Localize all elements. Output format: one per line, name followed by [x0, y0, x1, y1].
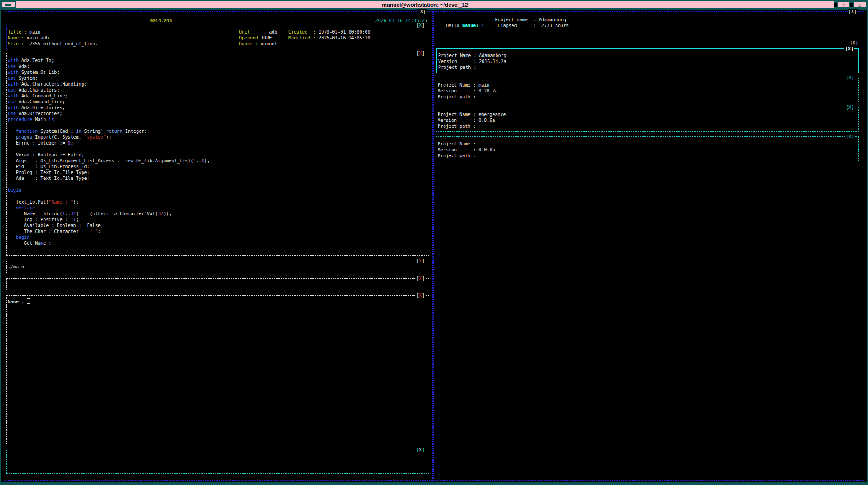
project-box[interactable]: [X]Project Name : Version : 0.0.0aProjec…	[436, 136, 859, 161]
code-token: Available : Boolean := False;	[8, 223, 103, 228]
output-box[interactable]: [X]	[6, 278, 429, 290]
code-line: Verax : Boolean := False;	[8, 152, 429, 158]
close-box-icon[interactable]: [X]	[415, 258, 425, 264]
file-info-label: Unit :	[239, 29, 255, 34]
code-token: Pid : Os_Lib.Process_Id;	[8, 164, 90, 169]
code-token: Args : Os_Lib.Argument_List_Access :=	[8, 158, 125, 163]
file-info-value: main	[27, 29, 40, 34]
code-token: System;	[16, 76, 38, 81]
close-box-icon[interactable]: [X]	[845, 75, 855, 81]
close-box-icon[interactable]: [X]	[845, 104, 855, 110]
close-box-icon[interactable]: [X]	[415, 50, 425, 56]
code-line: use Ada.Directories;	[8, 111, 429, 116]
code-token: Os_Lib.Argument_List(	[133, 158, 193, 163]
banner-line: -- Hello manuel ! -- Elapsed : 2773 hour…	[438, 23, 752, 29]
window-title-area[interactable]: manuel@workstation: ~/devel_12	[16, 1, 834, 8]
code-token: with	[8, 105, 19, 110]
file-info-value: adb	[255, 29, 277, 34]
project-box[interactable]: [X]Project Name : AdamanborgVersion : 20…	[436, 48, 859, 73]
code-line: use Ada.Command_Line;	[8, 99, 429, 105]
project-terminal-window[interactable]: [X] -------------------- Project name : …	[433, 11, 864, 481]
run-command-text: ./main	[8, 264, 429, 270]
status-box: [X]	[6, 450, 429, 474]
close-box-icon[interactable]: [X]	[415, 276, 425, 281]
shade-button[interactable]: ▽	[837, 1, 850, 8]
code-token: Text_Io.Put(	[8, 199, 49, 204]
code-line	[8, 122, 429, 128]
code-token: );	[73, 199, 79, 204]
file-info-value: main.adb	[24, 35, 49, 40]
prompt-box[interactable]: [X] Name :	[6, 295, 429, 444]
file-info-label: Name :	[8, 35, 24, 40]
code-token: The_Char : Character :=	[8, 229, 90, 234]
project-box[interactable]: [X]Project Name : emergeanceVersion : 0.…	[436, 107, 859, 132]
code-line: with Ada.Text_Io;	[8, 58, 429, 63]
code-token: Main	[32, 117, 49, 122]
project-name: Project Name : emergeance	[438, 112, 858, 117]
file-info-row: Size : 7355 without end_of_line.Owner : …	[7, 41, 429, 47]
code-token	[8, 205, 16, 210]
close-box-icon[interactable]: [X]	[845, 134, 855, 140]
window-titlebar[interactable]: manuel@workstation: ~/devel_12 ▽ △	[1, 1, 867, 8]
close-window-icon[interactable]: [X]	[848, 9, 858, 15]
code-editor-box[interactable]: [X] with Ada.Text_Io;use Ada;with System…	[6, 53, 429, 256]
code-token: use	[8, 87, 16, 92]
file-info-value: 7355 without end_of_line.	[24, 41, 98, 46]
project-name: Project Name :	[438, 141, 858, 147]
code-token: begin	[8, 188, 21, 193]
close-box-icon[interactable]: [X]	[415, 22, 425, 28]
run-command-box[interactable]: [X] ./main	[6, 261, 429, 273]
code-line: Errno : Integer := 0;	[8, 140, 429, 146]
code-token: is	[49, 117, 54, 122]
file-info-value: 1970-01-01 00:00:00	[316, 29, 370, 34]
text-cursor	[27, 298, 30, 304]
code-token: Ada.Directories;	[19, 105, 65, 110]
code-token: use	[8, 64, 16, 69]
iconify-button[interactable]	[1, 1, 16, 8]
code-token	[8, 135, 16, 140]
code-token: ;	[70, 141, 73, 146]
code-line: pragma Import(C, System, "system");	[8, 134, 429, 140]
close-window-icon[interactable]: [X]	[417, 9, 427, 15]
code-token: Prolog : Text_Io.File_Type;	[8, 170, 90, 175]
close-box-icon[interactable]: [X]	[415, 447, 425, 453]
code-line: Ada : Text_Io.File_Type;	[8, 175, 429, 181]
code-token: => Character'Val(	[109, 211, 158, 216]
code-token: with	[8, 93, 19, 98]
code-token: ) := (	[76, 211, 93, 216]
file-info-value: manuel	[258, 41, 277, 46]
file-info-label: Modified :	[288, 35, 316, 40]
shade-triangle-icon: ▽	[842, 2, 845, 7]
greeting-banner: -------------------- Project name : Adam…	[434, 15, 752, 37]
project-path: Project path :	[438, 64, 858, 70]
code-token: );	[205, 158, 210, 163]
code-token: 32	[71, 211, 76, 216]
code-token: ;	[76, 217, 79, 222]
maximize-button[interactable]: △	[853, 1, 867, 8]
code-token: "system"	[84, 135, 106, 140]
code-token: ' '	[90, 229, 98, 234]
project-box[interactable]: [X]Project Name : mainVersion : 0.28.2aP…	[436, 78, 859, 102]
code-token: ));	[163, 211, 171, 216]
code-token: Ada.Command_Line;	[19, 93, 68, 98]
project-version: Version : 0.8.6a	[438, 117, 858, 123]
editor-terminal-window[interactable]: [X] main.adb 2026-03-16 14:05:25 [X] Tit…	[4, 11, 433, 481]
code-token	[8, 235, 16, 240]
file-info-box: [X] Title : mainUnit : adbCreated : 1970…	[6, 25, 429, 49]
file-info-row: Title : mainUnit : adbCreated : 1970-01-…	[7, 29, 429, 35]
code-token: return	[106, 129, 122, 134]
prompt-line[interactable]: Name :	[8, 298, 429, 305]
close-box-icon[interactable]: [X]	[849, 40, 859, 46]
code-line: Get_Name :	[8, 240, 429, 246]
project-path: Project path :	[438, 153, 858, 159]
code-token: ..	[65, 211, 70, 216]
file-info-value: TRUE	[258, 35, 272, 40]
code-line: declare	[8, 205, 429, 211]
close-box-icon[interactable]: [X]	[415, 292, 425, 298]
close-box-icon[interactable]: [X]	[844, 46, 854, 52]
code-token: Ada.Command_Line;	[16, 99, 65, 104]
code-line: Args : Os_Lib.Argument_List_Access := ne…	[8, 158, 429, 164]
file-info-value: 2026-03-16 14:05:10	[316, 35, 370, 40]
code-token: Errno : Integer :=	[8, 141, 68, 146]
code-line: Pid : Os_Lib.Process_Id;	[8, 164, 429, 170]
